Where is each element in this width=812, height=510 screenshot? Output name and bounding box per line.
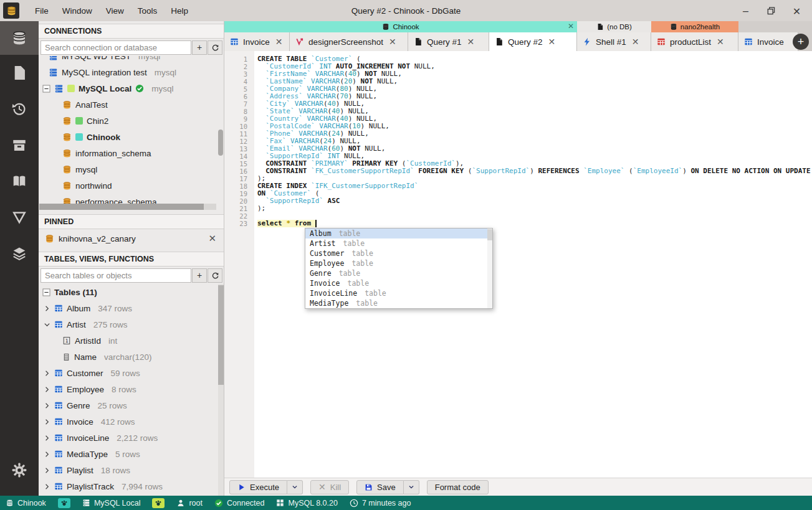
save-button[interactable]: Save [356,480,404,494]
status-chinook[interactable]: Chinook [6,499,46,508]
connection-item-MySQL integration test[interactable]: MySQL integration testmysql [39,64,224,80]
table-item-Album[interactable]: Album347 rows [39,300,224,316]
autocomplete-item-Employee[interactable]: Employeetable [305,258,492,268]
database-item-AnalTest[interactable]: AnalTest [39,97,224,113]
table-item-Employee[interactable]: Employee8 rows [39,381,224,397]
autocomplete-item-InvoiceLine[interactable]: InvoiceLinetable [305,288,492,298]
close-window-button[interactable]: ✕ [791,6,802,16]
tab-Query--2[interactable]: Query #2✕ [489,32,577,51]
tab-Invoice[interactable]: Invoice [738,32,798,51]
table-item-InvoiceLine[interactable]: InvoiceLine2,212 rows [39,430,224,446]
close-tab-icon[interactable]: ✕ [632,37,639,47]
code-text[interactable]: CONSTRAINT `FK_CustomerSupportRepId` FOR… [257,168,812,175]
database-item-information_schema[interactable]: information_schema [39,145,224,161]
collapse-icon[interactable] [42,288,50,296]
activity-funnel-button[interactable] [0,199,39,235]
menu-file[interactable]: File [28,2,55,20]
tables-root-item[interactable]: Tables (11) [39,284,224,300]
table-item-Customer[interactable]: Customer59 rows [39,365,224,381]
autocomplete-item-Invoice[interactable]: Invoicetable [305,278,492,288]
table-item-Artist[interactable]: Artist275 rows [39,316,224,333]
close-tab-icon[interactable]: ✕ [275,37,283,47]
tab-group-nano2health[interactable]: nano2health [651,21,738,32]
chevron-down-icon[interactable] [44,321,50,328]
menu-window[interactable]: Window [55,2,99,20]
activity-layers-button[interactable] [0,235,39,272]
activity-settings-button[interactable] [0,452,39,488]
chevron-right-icon[interactable] [44,467,50,474]
column-item-ArtistId[interactable]: 1ArtistIdint [39,333,224,349]
execute-dropdown-button[interactable] [287,480,303,494]
format-code-button[interactable]: Format code [427,480,489,494]
tab-Query--1[interactable]: Query #1✕ [408,32,489,51]
status-root[interactable]: root [176,499,203,508]
menu-view[interactable]: View [99,2,131,20]
status-mysql-8-0-20[interactable]: MySQL 8.0.20 [276,499,337,508]
activity-archive-button[interactable] [0,127,39,163]
add-object-button[interactable]: + [192,268,207,283]
connections-vscrollbar[interactable] [218,130,223,156]
code-text[interactable]: ); [257,205,265,212]
database-item-northwind[interactable]: northwind [39,177,224,194]
tab-group-Chinook[interactable]: Chinook✕ [224,21,577,32]
table-item-Playlist[interactable]: Playlist18 rows [39,462,224,478]
sql-editor[interactable]: 1CREATE TABLE `Customer` (2 `CustomerId`… [224,51,812,478]
chevron-right-icon[interactable] [44,386,50,393]
refresh-objects-button[interactable] [208,268,222,283]
autocomplete-item-MediaType[interactable]: MediaTypetable [305,298,492,308]
chevron-right-icon[interactable] [44,435,50,442]
database-item-mysql[interactable]: mysql [39,161,224,177]
collapse-icon[interactable] [42,85,50,93]
add-connection-button[interactable]: + [192,40,207,55]
table-item-MediaType[interactable]: MediaType5 rows [39,446,224,462]
autocomplete-item-Album[interactable]: Albumtable [305,229,492,238]
autocomplete-item-Genre[interactable]: Genretable [305,268,492,278]
activity-book-button[interactable] [0,163,39,199]
save-dropdown-button[interactable] [404,480,419,494]
connections-hscrollbar[interactable] [39,204,216,210]
tab-Invoice[interactable]: Invoice✕ [224,32,290,51]
database-color-badge[interactable] [58,498,70,508]
autocomplete-item-Artist[interactable]: Artisttable [305,238,492,248]
connections-search-input[interactable] [41,40,191,55]
table-item-Genre[interactable]: Genre25 rows [39,397,224,413]
menu-tools[interactable]: Tools [131,2,165,20]
tab-group--no-DB-[interactable]: (no DB) [577,21,651,32]
code-text[interactable]: `SupportRepId` ASC [257,197,340,205]
autocomplete-scrollbar[interactable] [487,229,492,308]
close-tab-icon[interactable]: ✕ [389,37,396,47]
restore-button[interactable] [766,6,776,16]
status-7-minutes-ago[interactable]: 7 minutes ago [350,499,411,508]
new-tab-button[interactable]: + [793,34,809,50]
objects-search-input[interactable] [41,268,191,283]
table-item-Invoice[interactable]: Invoice412 rows [39,413,224,430]
tab-designerScreenshot[interactable]: designerScreenshot✕ [290,32,408,51]
connection-item-MySQL Local[interactable]: MySQL Localmysql [39,80,224,97]
activity-history-button[interactable] [0,91,39,127]
chevron-right-icon[interactable] [44,305,50,312]
chevron-right-icon[interactable] [44,483,50,490]
database-item-Chinook[interactable]: Chinook [39,129,224,145]
tab-productList[interactable]: productList✕ [651,32,738,51]
status-mysql-local[interactable]: MySQL Local [82,499,141,508]
chevron-right-icon[interactable] [44,451,50,458]
close-tab-icon[interactable]: ✕ [717,37,724,47]
refresh-connections-button[interactable] [208,40,222,55]
objects-scrollbar[interactable] [218,284,224,496]
close-group-icon[interactable]: ✕ [568,22,574,31]
table-item-PlaylistTrack[interactable]: PlaylistTrack7,994 rows [39,478,224,494]
autocomplete-item-Customer[interactable]: Customertable [305,248,492,258]
execute-button[interactable]: Execute [229,480,287,494]
chevron-right-icon[interactable] [44,418,50,425]
database-item-Chin2[interactable]: Chin2 [39,113,224,129]
tab-Shell--1[interactable]: Shell #1✕ [577,32,651,51]
chevron-right-icon[interactable] [44,402,50,409]
activity-file-button[interactable] [0,55,39,91]
database-color-badge[interactable] [152,498,165,508]
menu-help[interactable]: Help [164,2,195,20]
code-text[interactable]: select * from [257,220,317,227]
close-tab-icon[interactable]: ✕ [467,37,475,47]
chevron-right-icon[interactable] [44,370,50,377]
column-item-Name[interactable]: Namevarchar(120) [39,349,224,365]
activity-database-button[interactable] [0,21,39,55]
